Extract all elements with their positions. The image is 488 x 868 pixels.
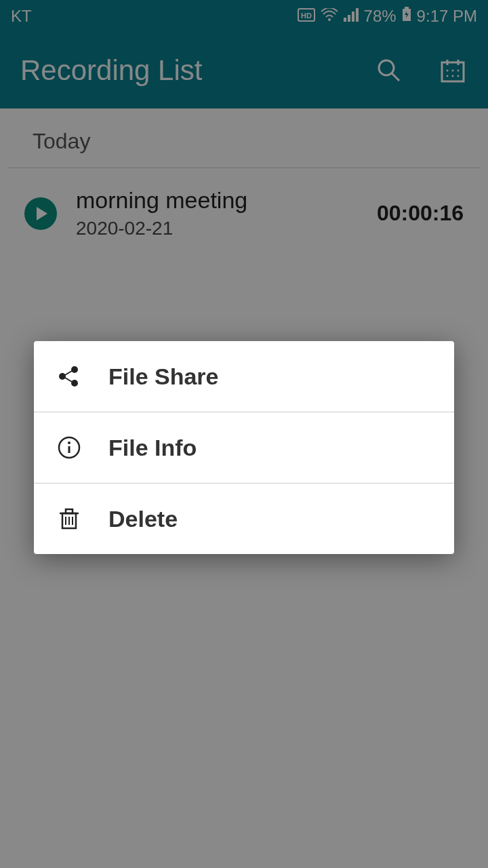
info-icon bbox=[56, 434, 83, 461]
trash-icon bbox=[56, 505, 83, 532]
svg-point-26 bbox=[68, 441, 70, 444]
share-icon bbox=[56, 363, 83, 390]
svg-point-20 bbox=[59, 373, 66, 380]
svg-line-24 bbox=[65, 378, 72, 382]
file-info-item[interactable]: File Info bbox=[34, 412, 454, 484]
svg-point-22 bbox=[71, 380, 78, 387]
svg-line-23 bbox=[65, 371, 72, 375]
share-label: File Share bbox=[108, 363, 219, 390]
modal-overlay[interactable]: File Share File Info Delete bbox=[0, 0, 488, 868]
svg-rect-30 bbox=[66, 509, 73, 513]
svg-point-21 bbox=[71, 366, 78, 373]
context-menu-dialog: File Share File Info Delete bbox=[34, 341, 454, 554]
delete-label: Delete bbox=[108, 506, 178, 532]
delete-item[interactable]: Delete bbox=[34, 484, 454, 554]
info-label: File Info bbox=[108, 435, 197, 461]
file-share-item[interactable]: File Share bbox=[34, 341, 454, 412]
